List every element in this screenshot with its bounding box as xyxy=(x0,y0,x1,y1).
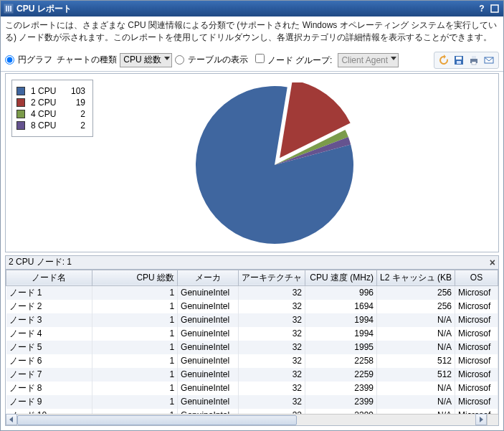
table-row[interactable]: ノード 71GenuineIntel322259512Microsof xyxy=(6,368,498,382)
table-cell: GenuineIntel xyxy=(178,341,239,354)
print-button[interactable] xyxy=(467,54,480,67)
table-row[interactable]: ノード 91GenuineIntel322399N/AMicrosof xyxy=(6,395,498,409)
table-cell: 256 xyxy=(376,285,455,300)
table-cell: Microsof xyxy=(455,395,498,409)
table-view-label: テーブルの表示 xyxy=(188,55,248,65)
table-cell: 32 xyxy=(239,285,305,300)
refresh-button[interactable] xyxy=(437,54,450,67)
table-cell: 1 xyxy=(92,313,178,327)
table-cell: Microsof xyxy=(455,382,498,395)
table-cell: 32 xyxy=(239,368,305,382)
report-description: このレポートには、さまざまな CPU 関連情報による分類で (サポートされた W… xyxy=(1,16,503,49)
table-view-radio[interactable]: テーブルの表示 xyxy=(175,54,248,66)
table-cell: 1994 xyxy=(305,327,377,341)
pie-chart[interactable] xyxy=(192,82,357,247)
legend-label: 2 CPU xyxy=(31,98,65,108)
report-icon xyxy=(4,4,14,14)
col-node-name[interactable]: ノード名 xyxy=(6,270,92,285)
chevron-down-icon xyxy=(164,57,170,60)
chart-type-select[interactable]: CPU 総数 xyxy=(120,53,172,67)
email-button[interactable] xyxy=(482,54,495,67)
close-detail-button[interactable]: × xyxy=(490,257,495,268)
table-cell: 1 xyxy=(92,327,178,341)
svg-rect-5 xyxy=(491,5,498,12)
table-cell: Microsof xyxy=(455,300,498,313)
table-row[interactable]: ノード 81GenuineIntel322399N/AMicrosof xyxy=(6,382,498,395)
legend-swatch xyxy=(16,110,25,118)
horizontal-scrollbar[interactable] xyxy=(6,414,487,425)
svg-rect-3 xyxy=(10,6,11,11)
table-cell: 996 xyxy=(305,285,377,300)
col-cpu-count[interactable]: CPU 総数 xyxy=(92,270,178,285)
table-cell: 1 xyxy=(92,300,178,313)
save-button[interactable] xyxy=(452,54,465,67)
window-title: CPU レポート xyxy=(16,3,72,15)
legend-item[interactable]: 8 CPU2 xyxy=(16,120,85,131)
table-cell: 1994 xyxy=(305,313,377,327)
table-cell: ノード 3 xyxy=(6,313,92,327)
legend-item[interactable]: 1 CPU103 xyxy=(16,86,85,96)
table-row[interactable]: ノード 61GenuineIntel322258512Microsof xyxy=(6,354,498,368)
legend-value: 19 xyxy=(65,98,85,108)
chart-panel: 1 CPU1032 CPU194 CPU28 CPU2 xyxy=(5,73,499,252)
node-group-checkbox[interactable]: ノード グループ: xyxy=(255,54,332,67)
table-cell: ノード 2 xyxy=(6,300,92,313)
svg-rect-7 xyxy=(456,57,462,60)
table-cell: ノード 5 xyxy=(6,341,92,354)
toolbar: 円グラフ チャートの種類 CPU 総数 テーブルの表示 ノード グループ: Cl… xyxy=(1,49,503,72)
table-cell: GenuineIntel xyxy=(178,300,239,313)
svg-rect-1 xyxy=(6,6,7,11)
table-body: ノード 11GenuineIntel32996256Microsofノード 21… xyxy=(6,285,498,426)
col-os[interactable]: OS xyxy=(455,270,498,285)
scroll-right-button[interactable] xyxy=(475,414,487,425)
scroll-left-button[interactable] xyxy=(6,414,17,425)
pie-chart-radio[interactable]: 円グラフ xyxy=(5,54,52,66)
scroll-thumb[interactable] xyxy=(17,415,297,425)
table-row[interactable]: ノード 51GenuineIntel321995N/AMicrosof xyxy=(6,341,498,354)
col-cpu-speed[interactable]: CPU 速度 (MHz) xyxy=(305,270,377,285)
table-cell: 1 xyxy=(92,395,178,409)
table-cell: Microsof xyxy=(455,341,498,354)
table-row[interactable]: ノード 21GenuineIntel321694256Microsof xyxy=(6,300,498,313)
col-maker[interactable]: メーカ xyxy=(178,270,239,285)
chart-legend: 1 CPU1032 CPU194 CPU28 CPU2 xyxy=(11,80,93,137)
legend-label: 8 CPU xyxy=(31,120,65,131)
legend-swatch xyxy=(16,121,25,130)
table-cell: 2259 xyxy=(305,368,377,382)
col-l2-cache[interactable]: L2 キャッシュ (KB xyxy=(376,270,455,285)
table-cell: 1 xyxy=(92,382,178,395)
maximize-button[interactable] xyxy=(489,4,500,14)
table-row[interactable]: ノード 41GenuineIntel321994N/AMicrosof xyxy=(6,327,498,341)
table-cell: GenuineIntel xyxy=(178,368,239,382)
table-cell: Microsof xyxy=(455,354,498,368)
table-cell: GenuineIntel xyxy=(178,395,239,409)
table-cell: GenuineIntel xyxy=(178,327,239,341)
svg-text:?: ? xyxy=(479,4,484,13)
svg-rect-11 xyxy=(472,62,476,65)
table-row[interactable]: ノード 31GenuineIntel321994N/AMicrosof xyxy=(6,313,498,327)
table-cell: N/A xyxy=(376,382,455,395)
chart-type-value: CPU 総数 xyxy=(123,54,161,66)
table-cell: N/A xyxy=(376,327,455,341)
legend-item[interactable]: 2 CPU19 xyxy=(16,98,85,108)
node-group-value: Client Agent xyxy=(341,55,388,65)
table-cell: 2258 xyxy=(305,354,377,368)
table-cell: 2399 xyxy=(305,382,377,395)
table-cell: ノード 7 xyxy=(6,368,92,382)
table-cell: ノード 9 xyxy=(6,395,92,409)
table-cell: 32 xyxy=(239,300,305,313)
table-cell: N/A xyxy=(376,395,455,409)
table-cell: Microsof xyxy=(455,368,498,382)
legend-swatch xyxy=(16,98,25,107)
table-row[interactable]: ノード 11GenuineIntel32996256Microsof xyxy=(6,285,498,300)
table-cell: ノード 4 xyxy=(6,327,92,341)
help-button[interactable]: ? xyxy=(476,4,488,14)
table-cell: ノード 1 xyxy=(6,285,92,300)
table-cell: Microsof xyxy=(455,327,498,341)
svg-rect-8 xyxy=(457,61,461,64)
col-architecture[interactable]: アーキテクチャ xyxy=(239,270,305,285)
report-window: CPU レポート ? このレポートには、さまざまな CPU 関連情報による分類で… xyxy=(0,0,504,431)
legend-item[interactable]: 4 CPU2 xyxy=(16,109,85,119)
svg-rect-2 xyxy=(8,6,9,11)
node-group-select[interactable]: Client Agent xyxy=(338,53,399,67)
